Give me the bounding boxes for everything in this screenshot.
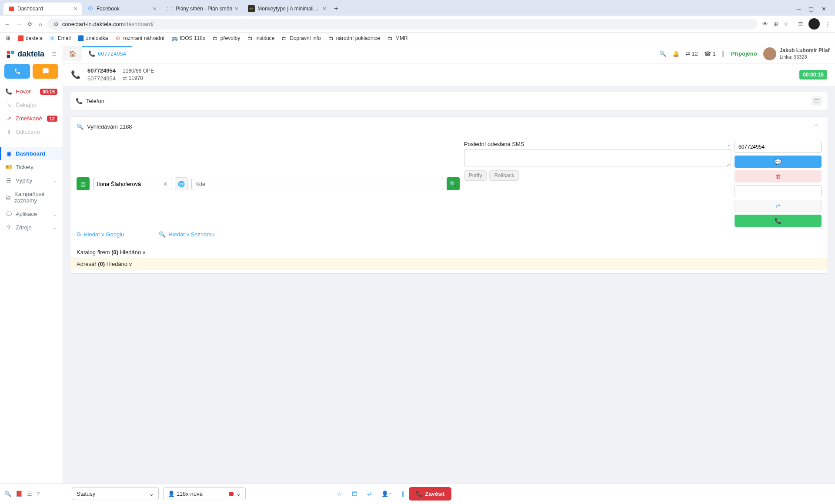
search-icon[interactable]: 🔍 [4,491,11,496]
tab-close-icon[interactable]: × [74,5,77,12]
nav-reload-icon[interactable]: ⟳ [28,21,33,27]
book-icon[interactable]: 📕 [16,491,23,496]
search-button[interactable]: 🔍 [447,177,460,190]
window-minimize-icon[interactable]: ─ [797,6,801,12]
user-block[interactable]: Jakub Lubomír Pilař Linka: 95328 [763,47,830,60]
nav-dashboard[interactable]: ◉Dashboard [0,147,63,160]
pause-icon[interactable]: ‖ [722,50,725,57]
favicon-grid: ⋮⋮ [166,5,173,12]
window-close-icon[interactable]: ✕ [822,6,826,12]
pause-icon: ⏸ [5,129,12,135]
nav-kampan[interactable]: 🗂Kampaňové záznamy [0,187,63,207]
reading-list-icon[interactable]: ☰ [798,21,803,27]
profile-avatar[interactable] [808,18,820,30]
bookmark-narodni[interactable]: 🗀národní pokladnice [328,35,380,41]
transfer-icon[interactable]: ⇄ [367,491,372,496]
site-settings-icon[interactable]: ⚙ [53,21,59,27]
purify-button[interactable]: Purify [464,170,487,181]
nav-aplikace[interactable]: 🖵Aplikace⌄ [0,207,63,221]
nav-tickety[interactable]: 🎫Tickety [0,160,63,174]
window-maximize-icon[interactable]: ▢ [808,6,814,12]
tab-close-icon[interactable]: × [235,5,238,12]
bookmark-prevolby[interactable]: 🗀převolby [212,35,240,41]
help-icon[interactable]: ? [37,491,40,496]
globe-button[interactable]: 🌐 [175,177,188,190]
nav-odlozeno[interactable]: ⏸Odloženo [0,125,63,139]
sms-extra-input[interactable] [735,185,822,197]
seznam-search-link[interactable]: 🔍Hledat v Seznamu [159,231,214,238]
tab-plany[interactable]: ⋮⋮ Plány směn - Plán směn × [162,3,243,15]
apptab-home[interactable]: 🏠 [63,46,82,61]
search-icon[interactable]: 🔍 [659,50,666,57]
call-ope: 1180/88 OPE [123,67,154,75]
quick-chat-button[interactable] [33,64,58,79]
bookmark-instituce[interactable]: 🗀instituce [247,35,274,41]
rollback-button[interactable]: Rollback [489,170,519,181]
apps-icon[interactable]: ⊞ [6,35,10,41]
logo[interactable]: daktela ≡ [0,44,63,64]
panel-search-title: Vyhledávání 1188 [87,123,132,130]
clear-icon[interactable]: ✕ [163,181,168,187]
nav-cekajici[interactable]: ↘Čekající [0,98,63,112]
dashboard-icon: ◉ [5,150,12,157]
bookmark-mmr[interactable]: 🗀MMR [387,35,408,41]
favicon-daktela: 🟥 [8,5,15,12]
bookmark-idos[interactable]: 🚌IDOS 118x [171,35,205,41]
collapse-icon[interactable]: ⌃ [812,122,822,131]
bookmark-rozhrani[interactable]: ⊙rozhraní náhradní [115,35,164,41]
add-person-icon[interactable]: 👤+ [381,491,392,496]
nav-zmeskane[interactable]: ↗Zmeškané12 [0,112,63,125]
nav-back-icon[interactable]: ← [4,21,10,27]
search-who-input[interactable] [93,178,171,190]
tab-facebook[interactable]: ⓕ Facebook × [83,3,161,15]
sms-transfer-button[interactable]: ⇄ [735,200,822,212]
queue-select[interactable]: 👤 118x nová ⌄ [163,487,246,496]
tab-dashboard[interactable]: 🟥 Dashboard × [3,3,82,15]
category-button[interactable]: ▤ [77,177,90,190]
chevron-down-icon: ⌄ [236,491,241,496]
bookmark-daktela[interactable]: 🟥daktela [17,35,43,41]
chevron-down-icon[interactable]: ⌄ [726,141,731,147]
campaign-icon: 🗂 [5,194,11,201]
nav-home-icon[interactable]: ⌂ [39,21,42,27]
hangup-button[interactable]: 📞 Zavěsit [409,487,452,496]
nav-zdroje[interactable]: ?Zdroje⌄ [0,221,63,234]
address-bar[interactable]: ⚙ conectart-in.daktela.com/dashboard/ [47,19,757,30]
sms-number-input[interactable] [735,141,822,153]
sidebar-toggle-icon[interactable]: ≡ [52,50,57,59]
bell-icon[interactable]: 🔔 [672,50,679,57]
tab-close-icon[interactable]: × [323,5,326,12]
apptab-call[interactable]: 📞607724954 [82,46,132,61]
pause-icon[interactable]: ‖ [401,491,404,496]
sms-call-button[interactable]: 📞 [735,215,822,227]
star-icon[interactable]: ☆ [337,491,342,496]
sms-textarea[interactable] [464,149,731,166]
tab-close-icon[interactable]: × [153,5,157,12]
bookmark-email[interactable]: 📧Email [50,35,71,41]
tab-monkeytype[interactable]: mt Monkeytype | A minimalistic, c... × [244,3,331,15]
sms-delete-button[interactable]: 🗑 [735,170,822,182]
nav-vypisy[interactable]: ☰Výpisy⌄ [0,174,63,187]
bookmark-star-icon[interactable]: ☆ [783,21,788,27]
card-icon[interactable]: 🗔 [352,491,357,496]
task-icon[interactable]: ☰ [27,491,32,496]
phone-icon: 📞 [71,70,80,80]
nav-forward-icon[interactable]: → [16,21,22,27]
bookmark-dopravni[interactable]: 🗀Dopravní info [281,35,321,41]
chrome-menu-icon[interactable]: ⋮ [825,21,831,27]
chevron-down-icon: ⌄ [53,211,57,217]
card-icon[interactable]: 🗔 [812,96,822,106]
quick-call-button[interactable] [4,64,30,79]
new-tab-button[interactable]: + [331,2,341,15]
status-select[interactable]: Statusy⌄ [72,487,159,496]
transfer-count[interactable]: ⇄ 12 [685,50,698,57]
line-count[interactable]: ☎ 1 [704,50,716,57]
search-where-input[interactable] [191,178,443,190]
nav-hovor[interactable]: 📞Hovor00:15 [0,85,63,98]
extension-icon[interactable]: 👁 [762,21,768,27]
bookmark-znalostka[interactable]: 🟦znalostka [78,35,108,41]
google-search-link[interactable]: GHledat v Googlu [77,231,124,238]
sms-send-button[interactable]: 💬 [735,156,822,168]
translate-icon[interactable]: ⊞ [773,21,778,27]
phone-hangup-icon: 📞 [416,491,423,496]
